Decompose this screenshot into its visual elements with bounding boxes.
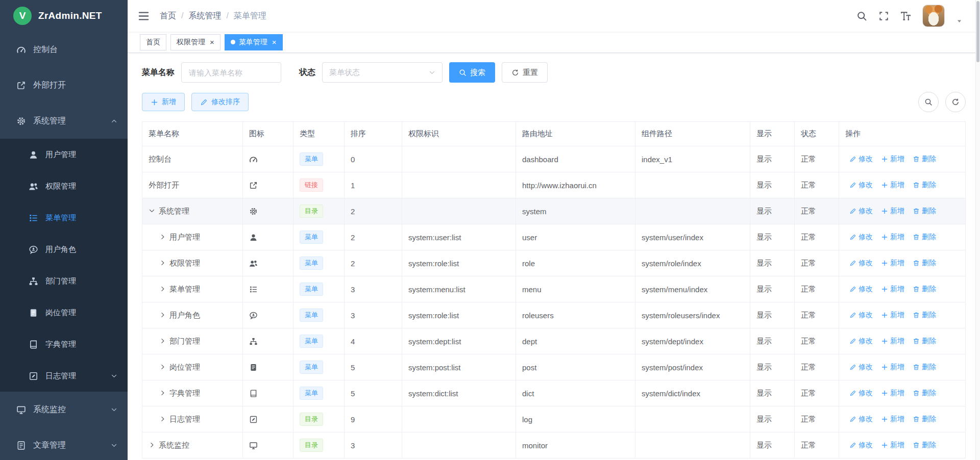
chevron-down-icon <box>111 442 117 449</box>
column-header: 图标 <box>243 122 293 146</box>
status-select[interactable]: 菜单状态 <box>322 62 443 83</box>
delete-link[interactable]: 删除 <box>913 441 936 450</box>
add-link[interactable]: 新增 <box>881 389 904 398</box>
breadcrumb-item[interactable]: 系统管理 <box>188 11 221 21</box>
add-link[interactable]: 新增 <box>881 285 904 294</box>
sidebar-item[interactable]: 系统监控 <box>0 392 128 427</box>
edit-link[interactable]: 修改 <box>849 311 873 320</box>
type-tag: 菜单 <box>300 387 323 400</box>
sidebar-item[interactable]: 文章管理 <box>0 427 128 460</box>
edit-link[interactable]: 修改 <box>849 259 873 268</box>
caret-down-icon[interactable] <box>956 18 963 24</box>
refresh-table-button[interactable] <box>945 92 966 112</box>
expand-row-icon[interactable] <box>159 234 166 240</box>
menu-name-input[interactable] <box>181 62 281 83</box>
sidebar-item[interactable]: 系统管理 <box>0 103 128 139</box>
scrollbar-thumb[interactable] <box>976 1 979 62</box>
reset-button[interactable]: 重置 <box>502 62 548 83</box>
status-value: 正常 <box>795 198 839 224</box>
edit-link[interactable]: 修改 <box>849 233 873 242</box>
delete-link[interactable]: 删除 <box>913 337 936 346</box>
expand-row-icon[interactable] <box>159 312 166 318</box>
permission-value <box>402 406 516 432</box>
close-icon[interactable]: × <box>210 38 214 46</box>
column-header: 排序 <box>345 122 402 146</box>
expand-row-icon[interactable] <box>159 286 166 292</box>
app-logo[interactable]: V ZrAdmin.NET <box>0 0 128 32</box>
expand-row-icon[interactable] <box>159 364 166 370</box>
edit-link[interactable]: 修改 <box>849 155 873 164</box>
tags-view-tab[interactable]: 权限管理× <box>170 34 220 50</box>
delete-link[interactable]: 删除 <box>913 363 936 372</box>
sidebar-item-label: 文章管理 <box>33 440 66 451</box>
article-icon <box>16 441 26 450</box>
add-link[interactable]: 新增 <box>881 415 904 424</box>
breadcrumb-item[interactable]: 首页 <box>160 11 176 21</box>
delete-link[interactable]: 删除 <box>913 415 936 424</box>
search-button[interactable]: 搜索 <box>449 62 495 83</box>
edit-link[interactable]: 修改 <box>849 181 873 190</box>
collapse-row-icon[interactable] <box>149 208 155 214</box>
sidebar-item[interactable]: 权限管理 <box>0 170 128 202</box>
post-icon <box>29 308 38 318</box>
status-select-value: 菜单状态 <box>329 68 360 78</box>
type-tag: 菜单 <box>300 231 323 244</box>
add-link[interactable]: 新增 <box>881 311 904 320</box>
add-link[interactable]: 新增 <box>881 363 904 372</box>
sidebar-item[interactable]: 外部打开 <box>0 67 128 103</box>
edit-link[interactable]: 修改 <box>849 415 873 424</box>
delete-link[interactable]: 删除 <box>913 207 936 216</box>
add-link[interactable]: 新增 <box>881 181 904 190</box>
sidebar-item[interactable]: 字典管理 <box>0 328 128 360</box>
add-link[interactable]: 新增 <box>881 259 904 268</box>
sidebar-item[interactable]: 用户管理 <box>0 139 128 170</box>
sidebar-item[interactable]: 部门管理 <box>0 265 128 297</box>
tags-view-tab[interactable]: 首页 <box>140 34 166 50</box>
delete-link[interactable]: 删除 <box>913 259 936 268</box>
add-button[interactable]: 新增 <box>142 93 185 111</box>
add-link[interactable]: 新增 <box>881 337 904 346</box>
sidebar-item[interactable]: 岗位管理 <box>0 297 128 328</box>
close-icon[interactable]: × <box>272 38 277 46</box>
delete-link[interactable]: 删除 <box>913 233 936 242</box>
expand-row-icon[interactable] <box>159 416 166 422</box>
add-link[interactable]: 新增 <box>881 233 904 242</box>
edit-link[interactable]: 修改 <box>849 441 873 450</box>
edit-link[interactable]: 修改 <box>849 389 873 398</box>
font-size-icon[interactable] <box>900 11 911 21</box>
expand-row-icon[interactable] <box>159 390 166 396</box>
add-link[interactable]: 新增 <box>881 155 904 164</box>
expand-row-icon[interactable] <box>149 442 155 448</box>
add-link[interactable]: 新增 <box>881 441 904 450</box>
edit-link[interactable]: 修改 <box>849 337 873 346</box>
chevron-down-icon <box>429 69 435 76</box>
add-link[interactable]: 新增 <box>881 207 904 216</box>
tags-view-bar: 首页权限管理×菜单管理× <box>128 32 980 53</box>
fullscreen-icon[interactable] <box>878 11 889 21</box>
sidebar-item[interactable]: 日志管理 <box>0 360 128 392</box>
sidebar-item[interactable]: 控制台 <box>0 32 128 67</box>
page-scrollbar[interactable] <box>975 0 980 460</box>
delete-link[interactable]: 删除 <box>913 181 936 190</box>
delete-link[interactable]: 删除 <box>913 155 936 164</box>
sidebar-item[interactable]: 用户角色 <box>0 234 128 265</box>
sort-value: 3 <box>345 432 402 458</box>
edit-link[interactable]: 修改 <box>849 363 873 372</box>
edit-sort-button[interactable]: 修改排序 <box>191 93 249 111</box>
edit-link[interactable]: 修改 <box>849 207 873 216</box>
sidebar-item[interactable]: 菜单管理 <box>0 202 128 234</box>
expand-row-icon[interactable] <box>159 338 166 344</box>
status-value: 正常 <box>795 146 839 172</box>
delete-link[interactable]: 删除 <box>913 311 936 320</box>
delete-link[interactable]: 删除 <box>913 389 936 398</box>
tags-view-tab[interactable]: 菜单管理× <box>225 34 283 50</box>
hamburger-icon[interactable] <box>138 10 150 22</box>
avatar[interactable] <box>922 5 945 27</box>
delete-link[interactable]: 删除 <box>913 285 936 294</box>
sort-value: 2 <box>345 250 402 276</box>
search-icon[interactable] <box>856 11 867 21</box>
monitor-icon <box>16 405 26 415</box>
edit-link[interactable]: 修改 <box>849 285 873 294</box>
expand-row-icon[interactable] <box>159 260 166 266</box>
toggle-search-button[interactable] <box>918 92 939 112</box>
